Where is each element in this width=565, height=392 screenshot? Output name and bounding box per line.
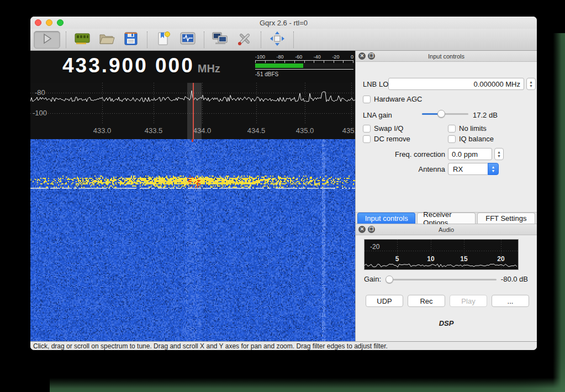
no-limits-checkbox[interactable] [448,125,456,133]
play-icon [41,33,53,47]
input-controls-body: LNB LO 0.000000 MHz ▲▼ Hardware AGC LNA … [356,62,537,212]
tab-receiver-options[interactable]: Receiver Options [417,213,475,224]
combo-arrows-icon: ▲▼ [488,163,499,175]
stepper-down-icon: ▼ [529,84,533,88]
lna-gain-slider[interactable] [422,110,468,118]
signal-strength-meter: -100 -80 -60 -40 -20 0 -51 dBFS [255,54,353,77]
close-button[interactable] [35,19,41,26]
freq-axis-label: 435.5 [342,126,355,135]
close-panel-icon[interactable]: ✕ [358,226,366,233]
float-panel-icon[interactable]: ❐ [368,226,375,233]
antenna-value: RX [448,163,488,175]
meter-tick-label: -20 [332,54,339,60]
no-limits-label: No limits [459,124,487,133]
meter-tick-label: -60 [295,54,302,60]
meter-baseline [255,69,353,70]
udp-button[interactable]: UDP [366,295,403,307]
tools-icon [236,30,253,49]
freq-correction-value: 0.0 ppm [452,150,478,158]
audio-gain-slider[interactable] [386,276,497,283]
spectrum-gridline [256,83,257,125]
tools-button[interactable] [234,31,255,49]
spectrum-display[interactable]: -80 -100 433.0 433.5 434.0 434.5 435.0 4… [30,83,355,139]
rec-button[interactable]: Rec [408,295,445,307]
dc-remove-label: DC remove [374,135,410,143]
meter-tick-label: -80 [277,54,284,60]
spectrum-y-label: -80 [35,88,45,97]
audio-gridline [501,240,501,269]
bookmarks-button[interactable] [153,31,174,49]
hardware-agc-label: Hardware AGC [374,95,422,103]
tab-input-controls[interactable]: Input controls [357,213,415,224]
hardware-agc-checkbox[interactable] [363,96,371,103]
configure-io-button[interactable] [72,31,93,49]
antenna-select[interactable]: RX ▲▼ [448,163,499,175]
waterfall-display[interactable] [30,139,355,341]
fullscreen-button[interactable] [267,31,288,49]
meter-tick-label: 0 [351,54,353,60]
antenna-label: Antenna [390,165,445,173]
lnb-lo-stepper[interactable]: ▲▼ [526,78,536,90]
freq-correction-input[interactable]: 0.0 ppm [448,148,492,160]
slider-handle[interactable] [386,276,393,283]
lnb-lo-label: LNB LO [363,80,388,88]
spectrum-gridline [154,83,154,125]
swap-iq-checkbox[interactable] [363,125,371,133]
filter-band[interactable] [187,83,202,139]
minimize-button[interactable] [46,19,52,26]
tuning-line[interactable] [193,83,194,139]
gain-value: -80.0 dB [501,275,528,283]
titlebar[interactable]: Gqrx 2.6 - rtl=0 [30,17,537,29]
spectrum-gridline [202,83,203,125]
desktop: Gqrx 2.6 - rtl=0 [0,0,565,392]
zoom-button[interactable] [57,19,64,26]
spectrum-gridline [102,83,103,125]
play-button: Play [450,295,487,307]
tab-fft-settings[interactable]: FFT Settings [477,213,535,224]
dock-tabs: Input controls Receiver Options FFT Sett… [356,212,537,224]
open-file-button[interactable] [96,31,117,49]
panel-title: Input controls [428,53,464,60]
dc-remove-row: DC remove [363,135,410,143]
hardware-agc-checkbox-row: Hardware AGC [363,95,422,103]
meter-tick-label: -40 [314,54,321,60]
frequency-digits[interactable]: 433.900 000 [62,54,194,77]
frequency-display[interactable]: 433.900 000 MHz -100 -80 -60 -40 -20 0 [30,51,355,83]
audio-header[interactable]: ✕ ❐ Audio [356,224,537,235]
save-icon [123,30,139,49]
dc-remove-checkbox[interactable] [363,135,371,143]
iq-balance-row: IQ balance [448,135,494,143]
input-controls-header[interactable]: ✕ ❐ Input controls [356,51,537,62]
audio-x-label: 5 [395,255,399,263]
audio-spectrum[interactable]: -20 5 10 15 20 [364,239,519,270]
close-panel-icon[interactable]: ✕ [358,52,366,60]
audio-gridline [431,240,431,269]
freq-correction-stepper[interactable]: ▲▼ [494,148,504,160]
dsp-settings-button[interactable] [177,31,198,49]
stepper-down-icon: ▼ [497,154,501,158]
audio-gridline [464,240,464,269]
freq-axis-label: 435.0 [296,126,314,135]
lna-gain-value: 17.2 dB [473,111,498,119]
sdr-device-icon [73,30,91,49]
stepper-up-icon: ▲ [497,150,501,154]
float-panel-icon[interactable]: ❐ [368,52,375,60]
audio-x-label: 10 [427,255,434,263]
iq-balance-label: IQ balance [459,135,494,143]
panel-title: Audio [439,226,454,233]
start-dsp-button[interactable] [34,31,60,49]
toolbar-separator [293,31,294,48]
save-file-button[interactable] [120,31,141,49]
toolbar-separator [66,31,66,48]
freq-axis-label: 434.5 [247,126,266,135]
lnb-lo-input[interactable]: 0.000000 MHz [388,78,524,90]
slider-handle[interactable] [437,110,445,118]
wallpaper-edge [553,33,565,392]
meter-ticks [255,60,353,63]
more-button[interactable]: ... [492,295,529,307]
waterfall-canvas[interactable] [30,139,355,341]
audio-gain-row: Gain: -80.0 dB [364,275,528,283]
iq-balance-checkbox[interactable] [448,135,456,143]
remote-control-button[interactable] [210,31,231,49]
slider-track[interactable] [386,279,497,280]
